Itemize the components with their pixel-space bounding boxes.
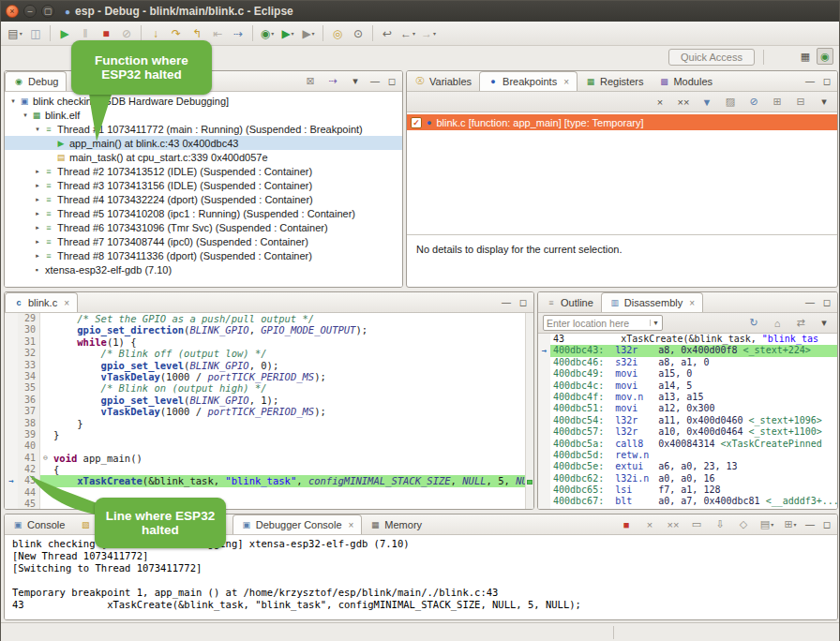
debug-tree-row[interactable]: ▸≡Thread #6 1073431096 (Tmr Svc) (Suspen… [5, 220, 402, 234]
tab-breakpoints[interactable]: ●Breakpoints× [479, 71, 578, 91]
tab-executables[interactable]: ▪Executables [146, 514, 232, 534]
annotation-ruler-cell[interactable] [5, 464, 18, 475]
save-icon[interactable]: ◫ [25, 24, 46, 43]
debug-tree-row[interactable]: ▤main_task() at cpu_start.c:339 0x400d05… [5, 150, 402, 164]
editor-line[interactable]: 31 while(1) { [5, 336, 533, 348]
collapsed-arrow-icon[interactable]: ▸ [33, 182, 42, 189]
tab-variables[interactable]: ⓧVariables [407, 71, 479, 91]
annotation-ruler-cell[interactable] [5, 418, 18, 429]
view-menu-icon[interactable]: ▾ [816, 94, 832, 111]
disassembly-line[interactable]: 43 xTaskCreate(&blink_task, "blink_tas [538, 334, 837, 345]
run-icon[interactable]: ▶▾ [278, 24, 298, 43]
annotation-ruler-cell[interactable] [5, 324, 18, 335]
disassembly-line[interactable]: 400dbc65: lsif7, a1, 128 [538, 484, 837, 496]
editor-line[interactable]: 34 vTaskDelay(1000 / portTICK_PERIOD_MS)… [5, 371, 533, 382]
tab-problems[interactable]: ▧Problems [72, 514, 145, 534]
tab-registers[interactable]: ▦Registers [578, 71, 651, 91]
debug-tree-row[interactable]: ▸≡Thread #4 1073432224 (dport) (Suspende… [5, 192, 402, 206]
resume-icon[interactable]: ▶ [54, 24, 75, 43]
remove-all-launches-icon[interactable]: ×× [665, 516, 682, 533]
sync-with-active-context-icon[interactable]: ⇄ [792, 315, 809, 332]
disassembly-line[interactable]: →400dbc43: l32ra8, 0x400d00f8 <_stext+22… [538, 345, 837, 356]
collapsed-arrow-icon[interactable]: ▸ [33, 196, 42, 203]
show-breakpoints-for-icon[interactable]: ▼ [698, 94, 715, 111]
disassembly-line[interactable]: 400dbc5e: extuia6, a0, 23, 13 [538, 461, 837, 472]
disassembly-line[interactable]: 400dbc5d: retw.n [538, 450, 837, 461]
collapsed-arrow-icon[interactable]: ▸ [33, 168, 42, 175]
editor-line[interactable]: 33 gpio_set_level(BLINK_GPIO, 0); [5, 360, 533, 371]
collapsed-arrow-icon[interactable]: ▸ [33, 210, 42, 217]
tab-close-icon[interactable]: × [563, 77, 569, 87]
display-selected-console-icon[interactable]: ▤▾ [758, 516, 775, 533]
maximize-icon[interactable]: ◻ [821, 76, 832, 86]
open-element-icon[interactable]: ◎ [327, 24, 348, 43]
minimize-icon[interactable]: — [804, 297, 816, 307]
minimize-icon[interactable]: — [804, 76, 816, 86]
remove-all-terminated-icon[interactable]: ⊠ [302, 73, 319, 90]
instruction-pointer-icon[interactable]: → [5, 475, 18, 486]
pin-console-icon[interactable]: ◇ [735, 516, 752, 533]
view-menu-icon[interactable]: ▾ [816, 315, 832, 332]
tab-blink-c[interactable]: cblink.c× [5, 292, 78, 312]
disassembly-line[interactable]: 400dbc46: s32ia8, a1, 0 [538, 357, 837, 368]
step-return-icon[interactable]: ↰ [187, 24, 207, 43]
tab-memory[interactable]: ▦Memory [362, 514, 429, 534]
debug-tree-row[interactable]: ▸≡Thread #7 1073408744 (ipc0) (Suspended… [5, 234, 402, 248]
collapse-all-icon[interactable]: ⊟ [792, 94, 809, 111]
fold-collapse-icon[interactable]: ⊖ [40, 453, 51, 464]
editor-line[interactable]: 35 /* Blink on (output high) */ [5, 382, 533, 394]
debug-tree-row[interactable]: ▪xtensa-esp32-elf-gdb (7.10) [5, 262, 402, 276]
window-maximize-button[interactable]: ▢ [41, 5, 54, 18]
disassembly-line[interactable]: 400dbc67: blta0, a7, 0x400dbc81 <__adddf… [538, 496, 837, 507]
debug-tree-row[interactable]: ▸≡Thread #8 1073411336 (dport) (Suspende… [5, 248, 402, 262]
annotation-ruler-cell[interactable] [5, 371, 18, 382]
disconnect-icon[interactable]: ⊘ [116, 24, 137, 43]
tab-disassembly[interactable]: ▥Disassembly× [601, 292, 703, 312]
step-into-icon[interactable]: ↓ [145, 24, 166, 43]
step-over-icon[interactable]: ↷ [166, 24, 187, 43]
expand-all-icon[interactable]: ⊞ [769, 94, 786, 111]
debug-tree-row[interactable]: ▾≡Thread #1 1073411772 (main : Running) … [5, 122, 402, 136]
terminate-icon[interactable]: ■ [96, 24, 116, 43]
external-tools-icon[interactable]: ▶▾ [298, 24, 319, 43]
tab-modules[interactable]: ▩Modules [651, 71, 720, 91]
annotation-ruler-cell[interactable] [5, 395, 18, 406]
editor-line[interactable]: 40 [5, 440, 533, 452]
minimize-icon[interactable]: — [501, 297, 512, 307]
maximize-icon[interactable]: ◻ [821, 519, 832, 529]
tab-debugger-console[interactable]: ▣Debugger Console× [232, 514, 363, 534]
disassembly-line[interactable]: 400dbc62: l32i.na0, a0, 16 [538, 473, 837, 484]
disassembly-line[interactable]: 400dbc49: movia15, 0 [538, 368, 837, 380]
tab-console[interactable]: ▣Console [5, 514, 72, 534]
debug-tree-row[interactable]: ▸≡Thread #5 1073410208 (ipc1 : Running) … [5, 206, 402, 220]
disassembly-line[interactable]: 400dbc5a: call80x40084314 <xTaskCreatePi… [538, 439, 837, 450]
scroll-lock-icon[interactable]: ⇩ [712, 516, 728, 533]
disassembly-line[interactable]: 400dbc6a: bnonea0, a1, 0x400dbc92 [538, 508, 837, 510]
editor-line[interactable]: 30 gpio_set_direction(BLINK_GPIO, GPIO_M… [5, 324, 533, 335]
editor-line[interactable]: 42{ [5, 464, 533, 475]
tab-close-icon[interactable]: × [689, 298, 695, 308]
editor-line[interactable]: 36 gpio_set_level(BLINK_GPIO, 1); [5, 395, 533, 406]
editor-line[interactable]: →43 xTaskCreate(&blink_task, "blink_task… [5, 475, 533, 486]
quick-access-button[interactable]: Quick Access [668, 49, 755, 66]
tab-close-icon[interactable]: × [64, 298, 69, 308]
open-console-icon[interactable]: ⊞▾ [782, 516, 799, 533]
maximize-icon[interactable]: ◻ [386, 76, 398, 86]
minimize-icon[interactable]: — [804, 519, 816, 529]
editor-line[interactable]: 29 /* Set the GPIO as a push/pull output… [5, 313, 533, 324]
tab-outline[interactable]: ≡Outline [538, 292, 601, 312]
disassembly-line[interactable]: 400dbc54: l32ra11, 0x400d0460 <_stext+10… [538, 415, 837, 426]
last-edit-location-icon[interactable]: ↩ [377, 24, 398, 43]
suspend-icon[interactable]: ‖ [75, 24, 96, 43]
console-output[interactable]: blink checking [GDB Hardware Debugging] … [5, 535, 837, 620]
annotation-ruler-cell[interactable] [5, 487, 18, 499]
debug-tree-row[interactable]: ▾▣blink checking [GDB Hardware Debugging… [5, 94, 402, 108]
forward-icon[interactable]: →▾ [418, 24, 439, 43]
debug-tree-row[interactable]: ▸≡Thread #3 1073413156 (IDLE) (Suspended… [5, 178, 402, 192]
skip-all-breakpoints-icon[interactable]: ⊘ [745, 94, 762, 111]
disassembly-line[interactable]: 400dbc57: l32ra10, 0x400d0464 <_stext+11… [538, 426, 837, 438]
expanded-arrow-icon[interactable]: ▾ [8, 97, 18, 105]
expanded-arrow-icon[interactable]: ▾ [21, 112, 30, 119]
collapsed-arrow-icon[interactable]: ▸ [33, 252, 42, 260]
perspective-debug-icon[interactable]: ◉ [817, 48, 833, 65]
